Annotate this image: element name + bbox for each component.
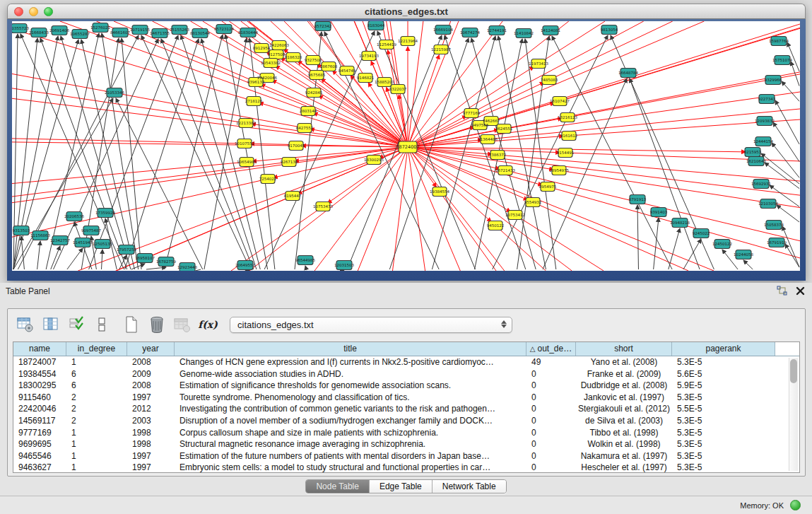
graph-edge-red[interactable] bbox=[12, 29, 254, 101]
graph-edge-black[interactable] bbox=[102, 250, 102, 269]
table-cell[interactable]: 5.3E-5 bbox=[672, 450, 775, 462]
table-cell[interactable]: Wolkin et al. (1998) bbox=[576, 438, 672, 450]
graph-edge-red[interactable] bbox=[259, 103, 408, 147]
table-cell[interactable]: Corpus callosum shape and size in male p… bbox=[175, 427, 526, 439]
graph-edge-black[interactable] bbox=[493, 35, 608, 269]
table-cell[interactable]: 2 bbox=[66, 403, 127, 415]
row-height-icon[interactable] bbox=[91, 315, 112, 334]
graph-edge-black[interactable] bbox=[225, 35, 268, 269]
table-cell[interactable]: 0 bbox=[526, 392, 576, 404]
graph-edge-black[interactable] bbox=[21, 236, 24, 269]
table-cell[interactable]: 1 bbox=[66, 462, 127, 473]
citation-graph[interactable]: 2035572321668433206914061065528715276021… bbox=[12, 21, 800, 271]
table-row[interactable]: 946554611997Estimation of the future num… bbox=[13, 450, 799, 462]
table-cell[interactable]: 0 bbox=[526, 403, 576, 415]
memory-status-indicator[interactable] bbox=[790, 500, 801, 510]
graph-edge-black[interactable] bbox=[377, 31, 476, 269]
column-header-pagerank[interactable]: pagerank bbox=[672, 342, 775, 356]
show-column-icon[interactable] bbox=[40, 315, 61, 334]
table-cell[interactable]: Tibbo et al. (1998) bbox=[576, 427, 672, 439]
table-cell[interactable]: 2008 bbox=[127, 380, 175, 392]
function-builder-icon[interactable]: f(x) bbox=[197, 315, 218, 334]
graph-edge-black[interactable] bbox=[305, 266, 306, 269]
table-cell[interactable]: 1 bbox=[66, 438, 127, 450]
table-cell[interactable]: 0 bbox=[526, 450, 576, 462]
table-cell[interactable]: 0 bbox=[526, 380, 576, 392]
table-row[interactable]: 946362711997Embryonic stem cells: a mode… bbox=[13, 462, 799, 473]
graph-edge-black[interactable] bbox=[775, 100, 799, 144]
graph-edge-black[interactable] bbox=[389, 38, 469, 269]
graph-edge-black[interactable] bbox=[637, 205, 638, 269]
table-cell[interactable]: Changes of HCN gene expression and I(f) … bbox=[175, 356, 526, 368]
graph-edge-black[interactable] bbox=[669, 228, 680, 269]
table-row[interactable]: 2242004622012Investigating the contribut… bbox=[13, 403, 799, 415]
table-row[interactable]: 911546021997Tourette syndrome. Phenomeno… bbox=[13, 392, 799, 404]
table-cell[interactable]: 0 bbox=[526, 462, 576, 473]
table-cell[interactable]: 5.3E-5 bbox=[672, 462, 775, 473]
graph-edge-red[interactable] bbox=[203, 21, 271, 63]
window-titlebar[interactable]: citations_edges.txt bbox=[7, 4, 806, 19]
table-row[interactable]: 969969511998Structural magnetic resonanc… bbox=[13, 438, 799, 450]
table-cell[interactable]: 2008 bbox=[127, 356, 175, 368]
column-header-outde[interactable]: △out_de… bbox=[526, 342, 576, 356]
table-cell[interactable]: 1998 bbox=[127, 427, 175, 439]
graph-edge-red[interactable] bbox=[408, 147, 460, 271]
table-cell[interactable]: 5.3E-5 bbox=[672, 438, 775, 450]
table-cell[interactable]: 22420046 bbox=[13, 403, 66, 415]
table-cell[interactable]: 2009 bbox=[127, 368, 175, 380]
graph-edge-red[interactable] bbox=[261, 84, 408, 147]
table-row[interactable]: 1830029562008Estimation of significance … bbox=[13, 380, 799, 392]
table-cell[interactable]: 5.6E-5 bbox=[672, 368, 775, 380]
table-cell[interactable]: 5.3E-5 bbox=[672, 392, 775, 404]
table-cell[interactable]: 1998 bbox=[127, 438, 175, 450]
table-cell[interactable]: 0 bbox=[526, 438, 576, 450]
graph-edge-black[interactable] bbox=[777, 205, 799, 222]
table-cell[interactable]: 1997 bbox=[127, 462, 175, 473]
table-cell[interactable]: de Silva et al. (2003) bbox=[576, 415, 672, 427]
table-cell[interactable]: 49 bbox=[526, 356, 576, 368]
table-cell[interactable]: 14569117 bbox=[13, 415, 66, 427]
table-cell[interactable]: Dudbridge et al. (2008) bbox=[576, 380, 672, 392]
table-cell[interactable]: 1 bbox=[66, 450, 127, 462]
tab-edge-table[interactable]: Edge Table bbox=[370, 480, 433, 493]
graph-edge-red[interactable] bbox=[252, 147, 408, 161]
table-cell[interactable]: Estimation of the future numbers of pati… bbox=[175, 450, 526, 462]
graph-edge-black[interactable] bbox=[782, 226, 799, 267]
table-cell[interactable]: Stergiakouli et al. (2012) bbox=[576, 403, 672, 415]
tab-node-table[interactable]: Node Table bbox=[306, 480, 370, 493]
table-cell[interactable]: Franke et al. (2009) bbox=[576, 368, 672, 380]
table-cell[interactable]: 9463627 bbox=[13, 462, 66, 473]
table-cell[interactable]: 0 bbox=[526, 368, 576, 380]
table-cell[interactable]: 19384554 bbox=[13, 368, 66, 380]
table-cell[interactable]: 5.3E-5 bbox=[672, 427, 775, 439]
table-settings-icon[interactable] bbox=[15, 315, 36, 334]
table-cell[interactable]: 9699695 bbox=[13, 438, 66, 450]
table-cell[interactable]: Structural magnetic resonance image aver… bbox=[175, 438, 526, 450]
table-cell[interactable]: 5.5E-5 bbox=[672, 403, 775, 415]
table-row[interactable]: 1872400712008Changes of HCN gene express… bbox=[13, 356, 799, 368]
graph-edge-red[interactable] bbox=[488, 109, 800, 139]
graph-edge-red[interactable] bbox=[491, 24, 800, 121]
table-row[interactable]: 977716911998Corpus callosum shape and si… bbox=[13, 427, 799, 439]
select-rows-icon[interactable] bbox=[66, 315, 87, 334]
table-cell[interactable]: 0 bbox=[526, 427, 576, 439]
table-cell[interactable]: 9465546 bbox=[13, 450, 66, 462]
graph-edge-black[interactable] bbox=[785, 244, 799, 267]
close-panel-icon[interactable] bbox=[796, 286, 805, 296]
table-cell[interactable]: Genome-wide association studies in ADHD. bbox=[175, 368, 526, 380]
table-cell[interactable]: 5.3E-5 bbox=[672, 415, 775, 427]
table-cell[interactable]: 1 bbox=[66, 427, 127, 439]
table-cell[interactable]: 18724007 bbox=[13, 356, 66, 368]
graph-edge-black[interactable] bbox=[89, 35, 178, 269]
scrollbar-thumb[interactable] bbox=[790, 359, 797, 383]
delete-table-icon[interactable] bbox=[146, 315, 167, 334]
table-cell[interactable]: 2 bbox=[66, 415, 127, 427]
table-cell[interactable]: 2 bbox=[66, 392, 127, 404]
tab-network-table[interactable]: Network Table bbox=[433, 480, 506, 493]
table-cell[interactable]: 1997 bbox=[127, 450, 175, 462]
table-cell[interactable]: Disruption of a novel member of a sodium… bbox=[175, 415, 526, 427]
table-row[interactable]: 1456911722003Disruption of a novel membe… bbox=[13, 415, 799, 427]
table-cell[interactable]: 2012 bbox=[127, 403, 175, 415]
table-cell[interactable]: 0 bbox=[526, 415, 576, 427]
table-cell[interactable]: Tourette syndrome. Phenomenology and cla… bbox=[175, 392, 526, 404]
